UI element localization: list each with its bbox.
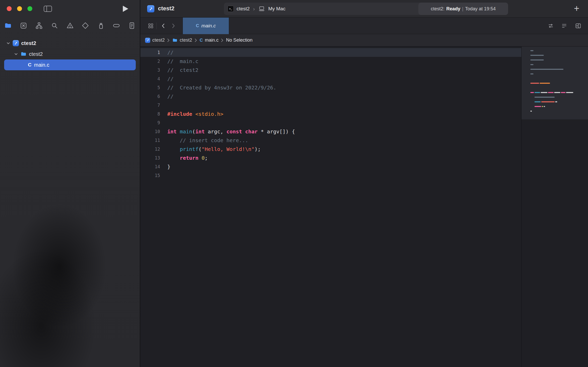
library-add-button[interactable]: + (571, 2, 582, 15)
code-review-button[interactable] (546, 18, 555, 34)
line-number: 13 (140, 154, 160, 162)
minimap-line (530, 73, 573, 78)
code-line[interactable]: 4// (140, 74, 521, 83)
compare-arrows-icon (548, 23, 554, 29)
c-file-icon: C (196, 23, 199, 28)
code-line[interactable]: 2// main.c (140, 57, 521, 66)
add-editor-button[interactable] (574, 18, 583, 34)
jump-bar: ctest2 ctest2 C main.c No Selection (140, 34, 588, 47)
code-lines: 1//2// main.c3// ctest24//5// Created by… (140, 48, 521, 180)
code-line[interactable]: 8#include <stdio.h> (140, 110, 521, 118)
traffic-lights (7, 6, 32, 11)
test-navigator-tab[interactable] (81, 21, 90, 30)
forward-button[interactable] (169, 18, 178, 34)
minimap-line (530, 101, 573, 106)
breakpoint-navigator-tab[interactable] (112, 21, 121, 30)
chevron-down-icon (6, 41, 10, 45)
close-button[interactable] (7, 6, 12, 11)
jump-bar-item-selection[interactable]: No Selection (226, 37, 252, 43)
code-line[interactable]: 14} (140, 162, 521, 171)
file-tree: ctest2 ctest2 C main.c (0, 38, 140, 70)
xcode-window: ctest2 ctest2 C main.c ctest2 (0, 0, 588, 367)
hammer-icon (148, 6, 153, 11)
zoom-button[interactable] (27, 6, 32, 11)
code-line[interactable]: 9 (140, 118, 521, 127)
folder-icon (20, 51, 27, 57)
jump-bar-item-group[interactable]: ctest2 (172, 37, 192, 43)
editor-tab-bar: C main.c (140, 18, 588, 34)
line-number: 9 (140, 118, 160, 127)
report-navigator-tab[interactable] (127, 21, 136, 30)
minimap-line (530, 69, 573, 73)
jump-bar-label: ctest2 (180, 37, 192, 43)
code-line[interactable]: 3// ctest2 (140, 66, 521, 74)
sidebar-toggle-button[interactable] (43, 5, 52, 12)
jump-bar-item-file[interactable]: C main.c (200, 37, 218, 43)
code-line[interactable]: 11 // insert code here... (140, 136, 521, 145)
find-navigator-tab[interactable] (50, 21, 59, 30)
code-line[interactable]: 6// (140, 92, 521, 101)
navigator-sidebar: ctest2 ctest2 C main.c (0, 0, 140, 367)
code-line[interactable]: 1// (140, 48, 521, 57)
chevron-right-icon (167, 38, 170, 43)
chevron-right-icon (171, 23, 176, 29)
line-number: 11 (140, 136, 160, 145)
minimize-button[interactable] (17, 6, 22, 11)
code-line[interactable]: 7 (140, 101, 521, 110)
symbol-navigator-tab[interactable] (35, 21, 43, 30)
tree-item-group[interactable]: ctest2 (0, 49, 140, 59)
jump-bar-item-project[interactable]: ctest2 (145, 37, 165, 43)
diamond-icon (81, 22, 89, 29)
scheme-destination-label: My Mac (268, 6, 285, 12)
minimap[interactable] (521, 47, 588, 367)
back-button[interactable] (159, 18, 168, 34)
code-text: return 0; (160, 154, 208, 162)
code-text (160, 118, 167, 127)
c-file-icon: C (200, 38, 203, 43)
navigator-tab-bar (4, 20, 136, 32)
code-line[interactable]: 13 return 0; (140, 154, 521, 162)
code-text: // main.c (160, 57, 198, 66)
code-line[interactable]: 10int main(int argc, const char * argv[]… (140, 127, 521, 136)
minimap-line (530, 50, 573, 55)
related-items-button[interactable] (146, 18, 155, 34)
code-line[interactable]: 15 (140, 171, 521, 180)
line-number: 8 (140, 110, 160, 118)
search-icon (51, 22, 58, 29)
status-time: Today at 19:54 (465, 6, 496, 12)
run-button[interactable] (122, 5, 129, 12)
code-text (160, 101, 167, 110)
line-number: 3 (140, 66, 160, 74)
lines-icon (561, 23, 567, 29)
spray-can-icon (97, 22, 105, 29)
code-text (160, 171, 167, 180)
split-editor-icon (575, 23, 581, 29)
minimap-line (530, 55, 573, 59)
source-editor[interactable]: 1//2// main.c3// ctest24//5// Created by… (140, 47, 521, 367)
scheme-selector[interactable]: >_ ctest2 › My Mac (224, 6, 285, 12)
code-line[interactable]: 12 printf("Hello, World!\n"); (140, 145, 521, 154)
line-number: 14 (140, 162, 160, 171)
status-project: ctest2: (431, 6, 444, 12)
tab-main-c[interactable]: C main.c (183, 18, 229, 34)
project-navigator-tab[interactable] (4, 21, 12, 30)
document-list-icon (128, 22, 136, 29)
jump-bar-label: main.c (205, 37, 218, 43)
laptop-icon (258, 6, 265, 12)
source-control-navigator-tab[interactable] (19, 21, 28, 30)
sidebar-toggle-icon (43, 5, 52, 12)
code-text: } (160, 162, 170, 171)
debug-navigator-tab[interactable] (96, 21, 105, 30)
tree-item-file-selected[interactable]: C main.c (4, 59, 136, 70)
project-icon (147, 5, 154, 12)
status-state: Ready (446, 6, 460, 12)
tree-item-label: ctest2 (29, 51, 43, 57)
editor-options-button[interactable] (560, 18, 569, 34)
minimap-line (530, 97, 573, 101)
project-icon (13, 40, 19, 46)
tree-item-project[interactable]: ctest2 (0, 38, 140, 49)
code-line[interactable]: 5// Created by 4nsw3r on 2022/9/26. (140, 83, 521, 92)
issue-navigator-tab[interactable] (66, 21, 74, 30)
tree-item-label: main.c (34, 62, 49, 68)
line-number: 2 (140, 57, 160, 66)
